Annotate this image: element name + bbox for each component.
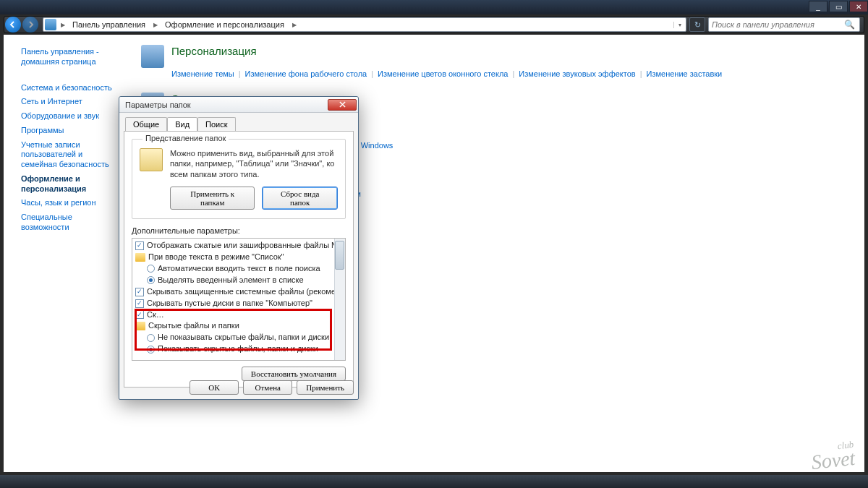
tree-row[interactable]: ✓Скрывать защищенные системные файлы (ре… — [135, 286, 344, 298]
dialog-tabs: Общие Вид Поиск — [125, 117, 358, 131]
group-title: Представление папок — [142, 134, 229, 142]
radio-icon[interactable] — [147, 276, 155, 284]
close-icon — [339, 101, 346, 108]
breadcrumb-segment[interactable]: Панель управления — [68, 20, 150, 29]
tree-label: Скрывать пустые диски в папке "Компьютер… — [147, 298, 312, 309]
sidebar-home-link[interactable]: Панель управления - домашняя страница — [4, 45, 123, 69]
folder-view-group: Представление папок Можно применить вид,… — [132, 139, 346, 219]
dialog-titlebar[interactable]: Параметры папок — [119, 97, 358, 113]
apply-to-folders-button[interactable]: Применить к папкам — [170, 187, 255, 210]
checkbox-icon[interactable]: ✓ — [135, 288, 144, 296]
category-icon — [141, 45, 164, 68]
dialog-close-button[interactable] — [328, 99, 357, 111]
sidebar-item-hardware[interactable]: Оборудование и звук — [4, 109, 123, 124]
tree-row[interactable]: ✓Скрывать пустые диски в папке "Компьюте… — [135, 298, 344, 309]
window-titlebar: _ ▭ ✕ — [0, 0, 868, 14]
checkbox-icon[interactable]: ✓ — [135, 299, 144, 308]
forward-button[interactable] — [22, 17, 38, 33]
tree-row[interactable]: Не показывать скрытые файлы, папки и дис… — [135, 332, 344, 343]
scrollbar-thumb[interactable] — [335, 241, 344, 270]
radio-icon[interactable] — [147, 346, 155, 354]
restore-defaults-button[interactable]: Восстановить умолчания — [242, 367, 346, 381]
sidebar-item-network[interactable]: Сеть и Интернет — [4, 95, 123, 109]
tree-row[interactable]: При вводе текста в режиме "Список" — [135, 252, 344, 263]
refresh-button[interactable]: ↻ — [689, 17, 705, 32]
tree-label: Скрывать защищенные системные файлы (рек… — [147, 286, 346, 298]
category-link[interactable]: Изменение фона рабочего стола — [245, 69, 367, 78]
tree-label: Не показывать скрытые файлы, папки и дис… — [158, 332, 329, 343]
link-divider: | — [640, 69, 642, 78]
tree-row[interactable]: Скрытые файлы и папки — [135, 320, 344, 332]
search-icon: 🔍 — [840, 20, 859, 30]
breadcrumb-segment[interactable]: Оформление и персонализация — [161, 20, 289, 29]
back-button[interactable] — [5, 17, 21, 33]
arrow-left-icon — [9, 21, 17, 28]
category-link[interactable]: Изменение темы — [171, 69, 234, 78]
tree-label: Скрытые файлы и папки — [148, 320, 239, 332]
tab-search[interactable]: Поиск — [197, 117, 235, 131]
category-title[interactable]: Персонализация — [171, 45, 257, 57]
advanced-settings-tree[interactable]: ✓Отображать сжатые или зашифрованные фай… — [132, 238, 346, 361]
apply-button[interactable]: Применить — [297, 380, 354, 395]
checkbox-icon[interactable]: ✓ — [135, 241, 144, 250]
link-divider: | — [371, 69, 373, 78]
category-link[interactable]: Изменение заставки — [647, 69, 723, 78]
tree-label: При вводе текста в режиме "Список" — [148, 252, 284, 263]
maximize-button[interactable]: ▭ — [829, 1, 848, 12]
group-text: Можно применить вид, выбранный для этой … — [170, 148, 338, 179]
close-button[interactable]: ✕ — [849, 1, 868, 12]
watermark: club Sovet — [810, 440, 856, 471]
tree-row[interactable]: Автоматически вводить текст в поле поиск… — [135, 263, 344, 275]
folder-options-dialog: Параметры папок Общие Вид Поиск Представ… — [119, 96, 359, 400]
tab-general[interactable]: Общие — [125, 117, 167, 131]
reset-folders-button[interactable]: Сброс вида папок — [262, 187, 338, 210]
tree-scrollbar[interactable] — [334, 239, 345, 360]
extra-params-label: Дополнительные параметры: — [132, 226, 346, 235]
chevron-right-icon: ▶ — [289, 22, 299, 28]
address-dropdown[interactable]: ▾ — [673, 22, 686, 28]
radio-icon[interactable] — [147, 265, 155, 273]
checkbox-icon[interactable]: ✓ — [135, 310, 144, 319]
cancel-button[interactable]: Отмена — [243, 380, 292, 395]
sidebar-item-appearance[interactable]: Оформление и персонализация — [4, 172, 123, 197]
tree-row[interactable]: ✓Отображать сжатые или зашифрованные фай… — [135, 240, 344, 252]
control-panel-sidebar: Панель управления - домашняя страница Си… — [4, 35, 123, 472]
tree-label: Показывать скрытые файлы, папки и диски — [158, 343, 318, 355]
explorer-navbar: ▶ Панель управления ▶ Оформление и персо… — [4, 16, 864, 33]
address-bar[interactable]: ▶ Панель управления ▶ Оформление и персо… — [43, 17, 686, 32]
tree-label: Ск… — [147, 309, 164, 321]
search-input[interactable] — [709, 20, 840, 29]
search-box[interactable]: 🔍 — [708, 17, 860, 32]
sidebar-item-clock[interactable]: Часы, язык и регион — [4, 196, 123, 210]
sidebar-item-ease[interactable]: Специальные возможности — [4, 210, 123, 235]
radio-icon[interactable] — [147, 334, 155, 342]
control-panel-icon — [45, 19, 56, 30]
chevron-right-icon: ▶ — [58, 22, 68, 28]
category: ПерсонализацияИзменение темы|Изменение ф… — [141, 45, 864, 81]
dialog-title: Параметры папок — [125, 100, 328, 109]
link-divider: | — [512, 69, 514, 78]
minimize-button[interactable]: _ — [809, 1, 827, 12]
tree-label: Отображать сжатые или зашифрованные файл… — [147, 240, 346, 252]
folder-list-icon — [140, 148, 163, 171]
sidebar-item-users[interactable]: Учетные записи пользователей и семейная … — [4, 138, 123, 172]
category-link[interactable]: Изменение звуковых эффектов — [519, 69, 635, 78]
dialog-tab-body: Представление папок Можно применить вид,… — [124, 131, 354, 388]
arrow-right-icon — [27, 21, 34, 28]
link-divider: | — [239, 69, 241, 78]
tree-label: Выделять введенный элемент в списке — [158, 275, 304, 286]
folder-icon — [135, 253, 145, 262]
taskbar[interactable] — [0, 475, 868, 488]
tab-view[interactable]: Вид — [167, 117, 197, 131]
sidebar-item-system[interactable]: Система и безопасность — [4, 81, 123, 95]
category-link[interactable]: Изменение цветов оконного стекла — [378, 69, 508, 78]
tree-row[interactable]: Показывать скрытые файлы, папки и диски — [135, 343, 344, 355]
tree-label: Автоматически вводить текст в поле поиск… — [158, 263, 320, 275]
sidebar-item-programs[interactable]: Программы — [4, 124, 123, 138]
ok-button[interactable]: OK — [190, 380, 239, 395]
tree-row[interactable]: Выделять введенный элемент в списке — [135, 275, 344, 286]
folder-icon — [135, 322, 145, 330]
chevron-right-icon: ▶ — [150, 22, 161, 28]
tree-row[interactable]: ✓Ск… — [135, 309, 344, 321]
